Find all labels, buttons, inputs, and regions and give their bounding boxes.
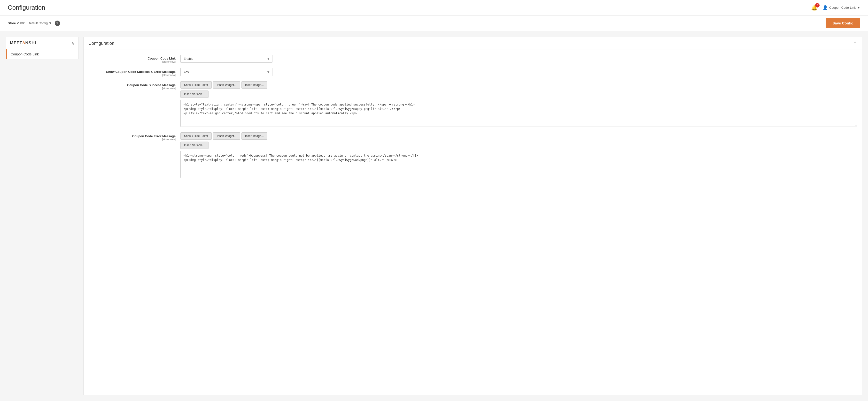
sidebar-item-coupon-code-link[interactable]: Coupon Code Link xyxy=(6,49,78,59)
page-title: Configuration xyxy=(8,4,45,11)
store-view-left: Store View: Default Config ▼ ? xyxy=(8,21,60,26)
show-message-label-col: Show Coupon Code Success & Error Message… xyxy=(88,68,180,76)
show-message-sublabel: [store view] xyxy=(88,74,176,76)
store-view-label: Store View: xyxy=(8,21,25,25)
notification-icon[interactable]: 🔔 3 xyxy=(811,5,817,11)
coupon-code-link-label-col: Coupon Code Link [store view] xyxy=(88,55,180,63)
success-message-textarea[interactable]: <h1 style="text-align: center;"><strong>… xyxy=(180,100,857,127)
success-insert-widget-button[interactable]: Insert Widget... xyxy=(213,81,240,89)
error-message-label: Coupon Code Error Message xyxy=(88,134,176,138)
content-header-title: Configuration xyxy=(88,41,114,46)
error-message-label-col: Coupon Code Error Message [store view] xyxy=(88,132,180,141)
main-layout: MEETΛNSHI ∧ Coupon Code Link Configurati… xyxy=(0,31,868,401)
coupon-code-link-label: Coupon Code Link xyxy=(88,57,176,60)
sidebar-item-label: Coupon Code Link xyxy=(11,52,39,56)
show-message-select[interactable]: Yes No xyxy=(180,68,273,76)
help-icon[interactable]: ? xyxy=(55,21,60,26)
show-message-select-wrapper: Yes No ▼ xyxy=(180,68,273,76)
content-header: Configuration ⌃ xyxy=(84,37,862,50)
sidebar: MEETΛNSHI ∧ Coupon Code Link xyxy=(6,37,79,395)
error-show-hide-editor-button[interactable]: Show / Hide Editor xyxy=(180,132,212,140)
success-insert-image-button[interactable]: Insert Image... xyxy=(242,81,268,89)
store-view-dropdown-arrow: ▼ xyxy=(49,21,52,25)
coupon-code-link-select[interactable]: Enable Disable xyxy=(180,55,273,63)
top-bar: Configuration 🔔 3 👤 Coupon-Code-Link ▼ xyxy=(0,0,868,15)
user-menu[interactable]: 👤 Coupon-Code-Link ▼ xyxy=(823,5,860,10)
show-message-row: Show Coupon Code Success & Error Message… xyxy=(88,68,857,76)
sidebar-section: MEETΛNSHI ∧ Coupon Code Link xyxy=(6,37,79,59)
save-config-button[interactable]: Save Config xyxy=(826,18,860,28)
success-message-control: Show / Hide Editor Insert Widget... Inse… xyxy=(180,81,857,128)
error-insert-variable-button[interactable]: Insert Variable... xyxy=(180,141,209,149)
success-message-label: Coupon Code Success Message xyxy=(88,83,176,87)
content-area: Configuration ⌃ Coupon Code Link [store … xyxy=(83,37,862,395)
error-message-control: Show / Hide Editor Insert Widget... Inse… xyxy=(180,132,857,178)
error-message-textarea[interactable]: <h1><strong><span style="color: red;">Oo… xyxy=(180,151,857,178)
user-icon: 👤 xyxy=(823,5,828,10)
show-message-control: Yes No ▼ xyxy=(180,68,857,76)
notification-badge: 3 xyxy=(815,3,819,7)
meetanshi-logo: MEETΛNSHI xyxy=(10,41,36,45)
coupon-code-link-row: Coupon Code Link [store view] Enable Dis… xyxy=(88,55,857,63)
sidebar-collapse-icon: ∧ xyxy=(71,40,74,46)
sidebar-header[interactable]: MEETΛNSHI ∧ xyxy=(6,37,78,49)
coupon-code-link-control: Enable Disable ▼ xyxy=(180,55,857,63)
content-collapse-icon[interactable]: ⌃ xyxy=(853,40,857,46)
error-message-row: Coupon Code Error Message [store view] S… xyxy=(88,132,857,178)
user-label: Coupon-Code-Link xyxy=(829,6,856,9)
error-insert-image-button[interactable]: Insert Image... xyxy=(242,132,268,140)
success-message-sublabel: [store view] xyxy=(88,87,176,90)
success-show-hide-editor-button[interactable]: Show / Hide Editor xyxy=(180,81,212,89)
success-message-row: Coupon Code Success Message [store view]… xyxy=(88,81,857,128)
success-message-label-col: Coupon Code Success Message [store view] xyxy=(88,81,180,90)
success-message-editor-buttons: Show / Hide Editor Insert Widget... Inse… xyxy=(180,81,857,89)
user-dropdown-arrow: ▼ xyxy=(857,6,860,9)
error-message-sublabel: [store view] xyxy=(88,138,176,141)
top-bar-right: 🔔 3 👤 Coupon-Code-Link ▼ xyxy=(811,5,860,11)
store-view-select[interactable]: Default Config ▼ xyxy=(28,21,52,25)
coupon-code-link-sublabel: [store view] xyxy=(88,60,176,63)
error-message-editor-buttons: Show / Hide Editor Insert Widget... Inse… xyxy=(180,132,857,140)
error-insert-widget-button[interactable]: Insert Widget... xyxy=(213,132,240,140)
success-message-editor-buttons-row2: Insert Variable... xyxy=(180,91,857,98)
store-view-selected: Default Config xyxy=(28,21,48,25)
store-view-bar: Store View: Default Config ▼ ? Save Conf… xyxy=(0,15,868,31)
form-body: Coupon Code Link [store view] Enable Dis… xyxy=(84,50,862,188)
coupon-code-link-select-wrapper: Enable Disable ▼ xyxy=(180,55,273,63)
error-message-editor-buttons-row2: Insert Variable... xyxy=(180,141,857,149)
show-message-label: Show Coupon Code Success & Error Message xyxy=(88,70,176,74)
success-insert-variable-button[interactable]: Insert Variable... xyxy=(180,91,209,98)
